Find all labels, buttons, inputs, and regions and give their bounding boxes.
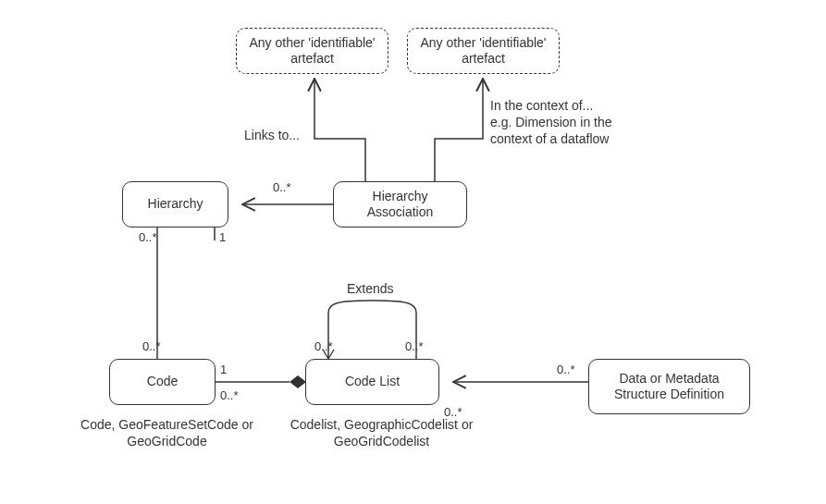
hierarchy-association-node-text: Hierarchy Association (341, 189, 459, 221)
mult-codelist-right: 0..* (444, 405, 462, 421)
context-note-label: In the context of... e.g. Dimension in t… (490, 97, 652, 148)
structure-definition-node: Data or Metadata Structure Definition (588, 359, 750, 414)
mult-code-top: 0..* (142, 339, 161, 355)
structure-definition-node-text: Data or Metadata Structure Definition (597, 371, 742, 403)
codelist-node: Code List (305, 359, 439, 405)
mult-extends-right: 0..* (405, 339, 424, 355)
artefact-note-2: Any other 'identifiable' artefact (407, 28, 560, 74)
extends-label: Extends (347, 280, 394, 297)
mult-hierarchy-one: 1 (219, 230, 226, 246)
code-node-text: Code (147, 374, 178, 390)
artefact-note-2-text: Any other 'identifiable' artefact (415, 35, 551, 68)
hierarchy-node-text: Hierarchy (148, 196, 203, 213)
svg-marker-0 (290, 375, 306, 388)
code-caption: Code, GeoFeatureSetCode or GeoGridCode (72, 416, 262, 449)
hierarchy-association-node: Hierarchy Association (333, 181, 467, 227)
mult-extends-left: 0..* (314, 339, 333, 355)
artefact-note-1: Any other 'identifiable' artefact (236, 28, 388, 74)
codelist-node-text: Code List (345, 374, 400, 390)
mult-code-many: 0..* (220, 388, 239, 404)
mult-code-one: 1 (220, 363, 227, 378)
mult-assoc-hier: 0..* (273, 180, 291, 196)
codelist-caption: Codelist, GeographicCodelist or GeoGridC… (277, 416, 486, 449)
mult-structdef-left: 0..* (557, 363, 575, 378)
artefact-note-1-text: Any other 'identifiable' artefact (244, 35, 380, 68)
code-node: Code (109, 359, 216, 405)
hierarchy-node: Hierarchy (122, 181, 228, 227)
links-to-label: Links to... (226, 127, 300, 143)
mult-hierarchy-top: 0..* (139, 230, 157, 246)
